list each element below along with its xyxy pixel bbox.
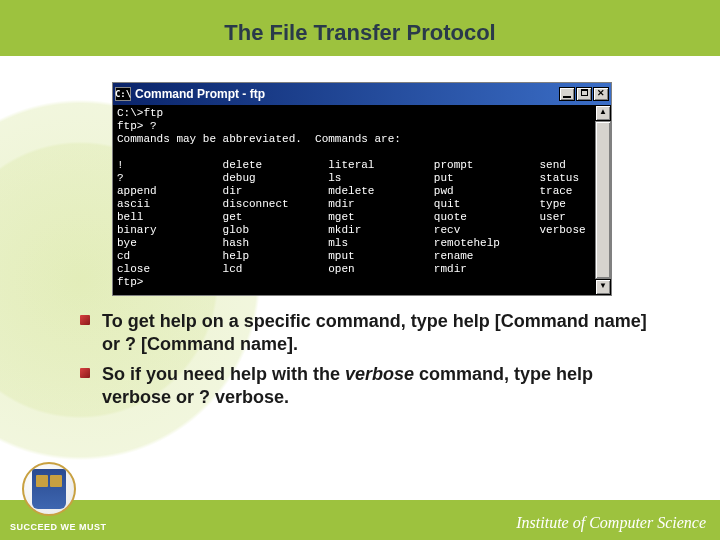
close-button[interactable]: ✕ — [593, 87, 609, 101]
logo-shield-icon — [32, 469, 66, 509]
minimize-button[interactable] — [559, 87, 575, 101]
slide-title: The File Transfer Protocol — [0, 20, 720, 46]
console-output[interactable]: C:\>ftp ftp> ? Commands may be abbreviat… — [113, 105, 595, 295]
window-title: Command Prompt - ftp — [135, 87, 559, 101]
scrollbar[interactable]: ▲ ▼ — [595, 105, 611, 295]
window-titlebar[interactable]: C:\ Command Prompt - ftp ✕ — [113, 83, 611, 105]
scroll-down-button[interactable]: ▼ — [595, 279, 611, 295]
scroll-track[interactable] — [595, 121, 611, 279]
command-prompt-window: C:\ Command Prompt - ftp ✕ C:\>ftp ftp> … — [112, 82, 612, 296]
university-logo — [22, 462, 76, 516]
bullet-item: So if you need help with the verbose com… — [80, 363, 660, 410]
app-icon: C:\ — [115, 87, 131, 101]
footer-motto: SUCCEED WE MUST — [10, 522, 107, 532]
scroll-thumb[interactable] — [595, 121, 611, 279]
maximize-button[interactable] — [576, 87, 592, 101]
window-controls: ✕ — [559, 87, 609, 101]
slide-body: To get help on a specific command, type … — [80, 310, 660, 416]
bullet-item: To get help on a specific command, type … — [80, 310, 660, 357]
footer-institute: Institute of Computer Science — [516, 514, 706, 532]
scroll-up-button[interactable]: ▲ — [595, 105, 611, 121]
